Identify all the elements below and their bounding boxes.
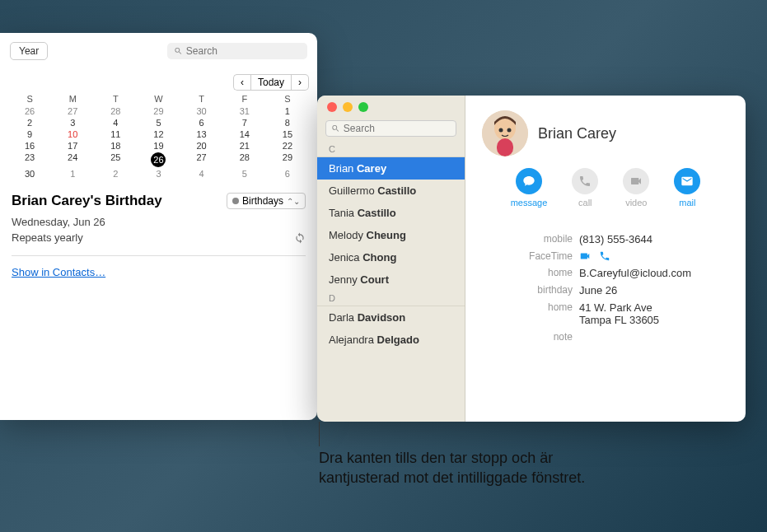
prev-button[interactable]: ‹ (233, 74, 250, 91)
calendar-day[interactable]: 3 (137, 168, 180, 180)
chevron-updown-icon: ⌃⌄ (287, 197, 300, 206)
event-category-label: Birthdays (242, 195, 283, 207)
calendar-day[interactable]: 3 (51, 117, 94, 128)
svg-rect-4 (497, 138, 513, 156)
mail-icon (680, 175, 694, 188)
calendar-day[interactable]: 29 (266, 152, 309, 168)
calendar-grid[interactable]: SMTWTFS262728293031123456789101112131415… (8, 92, 309, 180)
calendar-day[interactable]: 19 (137, 140, 180, 152)
call-label: call (578, 198, 592, 208)
avatar (482, 110, 528, 156)
calendar-day[interactable]: 1 (51, 168, 94, 180)
view-year[interactable]: Year (11, 43, 47, 59)
calendar-day[interactable]: 24 (51, 152, 94, 168)
calendar-day[interactable]: 5 (223, 168, 266, 180)
calendar-day[interactable]: 31 (223, 105, 266, 117)
svg-point-2 (499, 128, 503, 133)
contact-list-item[interactable]: Alejandra Delgado (317, 329, 465, 351)
calendar-day[interactable]: 17 (51, 140, 94, 152)
calendar-month-view: ‹ Today › SMTWTFS26272829303112345678910… (0, 69, 317, 183)
calendar-day[interactable]: 25 (94, 152, 137, 168)
divider (12, 255, 306, 256)
event-category-select[interactable]: Birthdays ⌃⌄ (227, 193, 306, 209)
dow-header: T (180, 92, 223, 105)
calendar-day[interactable]: 6 (266, 168, 309, 180)
calendar-search-input[interactable] (186, 45, 301, 57)
calendar-day[interactable]: 10 (51, 128, 94, 140)
contact-detail: Brian Carey message call video mail mobi… (465, 96, 746, 422)
calendar-day[interactable]: 11 (94, 128, 137, 140)
calendar-search[interactable] (167, 43, 307, 59)
maximize-button[interactable] (358, 102, 368, 112)
minimize-button[interactable] (343, 102, 353, 112)
calendar-day[interactable]: 23 (8, 152, 51, 168)
calendar-view-segment[interactable]: Year (10, 42, 48, 60)
calendar-toolbar: Year (0, 33, 317, 69)
contact-list-item[interactable]: Darla Davidson (317, 306, 465, 329)
calendar-window: Year ‹ Today › SMTWTFS262728293031123456… (0, 33, 317, 420)
contacts-search-input[interactable] (344, 123, 451, 134)
calendar-day[interactable]: 5 (137, 117, 180, 128)
calendar-day[interactable]: 7 (223, 117, 266, 128)
field-facetime: FaceTime (482, 248, 729, 264)
calendar-day[interactable]: 28 (94, 105, 137, 117)
calendar-day[interactable]: 18 (94, 140, 137, 152)
calendar-day[interactable]: 9 (8, 128, 51, 140)
callout-line (319, 422, 320, 446)
contacts-list[interactable]: CBrian CareyGuillermo CastilloTania Cast… (317, 142, 465, 351)
message-button[interactable]: message (511, 168, 548, 208)
calendar-day[interactable]: 4 (180, 168, 223, 180)
calendar-day[interactable]: 28 (223, 152, 266, 168)
contact-list-item[interactable]: Tania Castillo (317, 202, 465, 224)
video-label: video (625, 198, 647, 208)
calendar-day[interactable]: 30 (180, 105, 223, 117)
calendar-day[interactable]: 26 (8, 105, 51, 117)
facetime-audio-icon[interactable] (599, 250, 610, 262)
category-dot-icon (232, 198, 239, 204)
contact-actions: message call video mail (482, 168, 729, 217)
calendar-day[interactable]: 26 (137, 152, 180, 168)
calendar-day[interactable]: 12 (137, 128, 180, 140)
contact-list-item[interactable]: Melody Cheung (317, 224, 465, 246)
calendar-day[interactable]: 15 (266, 128, 309, 140)
calendar-day[interactable]: 14 (223, 128, 266, 140)
video-button[interactable]: video (623, 168, 649, 208)
calendar-day[interactable]: 2 (94, 168, 137, 180)
calendar-day[interactable]: 20 (180, 140, 223, 152)
calendar-day[interactable]: 29 (137, 105, 180, 117)
contact-list-item[interactable]: Jenica Chong (317, 246, 465, 268)
event-repeat: Repeats yearly (12, 231, 83, 244)
contact-list-item[interactable]: Brian Carey (317, 157, 465, 180)
calendar-day[interactable]: 21 (223, 140, 266, 152)
facetime-video-icon[interactable] (579, 250, 591, 262)
next-button[interactable]: › (292, 74, 309, 91)
calendar-day[interactable]: 22 (266, 140, 309, 152)
search-icon (174, 46, 183, 56)
contact-list-item[interactable]: Jenny Court (317, 268, 465, 291)
dow-header: T (94, 92, 137, 105)
show-in-contacts-link[interactable]: Show in Contacts… (12, 266, 105, 278)
calendar-day[interactable]: 27 (51, 105, 94, 117)
dow-header: F (223, 92, 266, 105)
calendar-day[interactable]: 4 (94, 117, 137, 128)
event-title: Brian Carey's Birthday (12, 193, 162, 209)
today-button[interactable]: Today (250, 74, 292, 91)
contact-fields: mobile (813) 555-3644 FaceTime home B.Ca… (482, 231, 729, 345)
call-button[interactable]: call (572, 168, 598, 208)
close-button[interactable] (327, 102, 337, 112)
contact-list-item[interactable]: Guillermo Castillo (317, 180, 465, 202)
calendar-day[interactable]: 8 (266, 117, 309, 128)
mail-button[interactable]: mail (674, 168, 700, 208)
callout-text: Dra kanten tills den tar stopp och är ka… (319, 448, 591, 488)
calendar-day[interactable]: 13 (180, 128, 223, 140)
video-icon (629, 175, 643, 188)
calendar-day[interactable]: 2 (8, 117, 51, 128)
calendar-day[interactable]: 6 (180, 117, 223, 128)
calendar-day[interactable]: 16 (8, 140, 51, 152)
search-icon (331, 124, 340, 133)
field-home-email: home B.Careyful@icloud.com (482, 264, 729, 282)
calendar-day[interactable]: 30 (8, 168, 51, 180)
calendar-day[interactable]: 1 (266, 105, 309, 117)
contacts-search[interactable] (325, 120, 456, 137)
calendar-day[interactable]: 27 (180, 152, 223, 168)
